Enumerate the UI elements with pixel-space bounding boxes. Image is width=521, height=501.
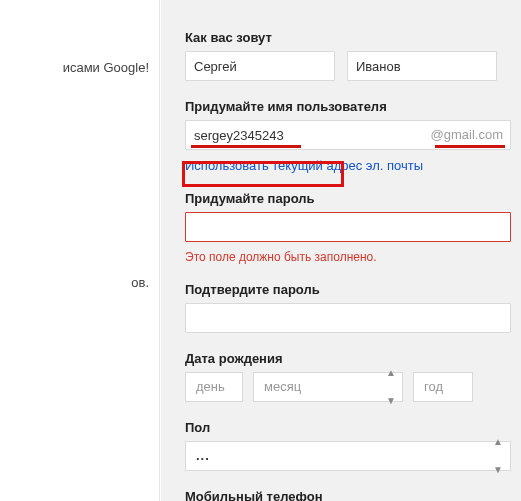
annotation-underline: [435, 145, 505, 148]
chevron-updown-icon: ▲▼: [386, 359, 396, 415]
phone-label: Мобильный телефон: [185, 489, 516, 501]
chevron-updown-icon: ▲▼: [493, 428, 504, 484]
name-label: Как вас зовут: [185, 30, 516, 45]
confirm-password-group: Подтвердите пароль: [185, 282, 516, 333]
username-label: Придумайте имя пользователя: [185, 99, 516, 114]
use-existing-email-link[interactable]: Использовать текущий адрес эл. почты: [185, 158, 423, 173]
dob-year-placeholder: год: [424, 379, 443, 394]
promo-text-fragment: ов.: [0, 275, 149, 290]
gender-value: ...: [196, 448, 210, 463]
last-name-input[interactable]: [347, 51, 497, 81]
gender-select[interactable]: ... ▲▼: [185, 441, 511, 471]
name-group: Как вас зовут: [185, 30, 516, 81]
dob-label: Дата рождения: [185, 351, 516, 366]
promo-sidebar: исами Google! ов.: [0, 0, 160, 501]
dob-day-input[interactable]: день: [185, 372, 243, 402]
promo-text-fragment: исами Google!: [0, 60, 149, 75]
password-group: Придумайте пароль Это поле должно быть з…: [185, 191, 516, 264]
password-label: Придумайте пароль: [185, 191, 516, 206]
dob-group: Дата рождения день месяц ▲▼ год: [185, 351, 516, 402]
signup-form: Как вас зовут Придумайте имя пользовател…: [161, 0, 521, 501]
gender-label: Пол: [185, 420, 516, 435]
dob-year-input[interactable]: год: [413, 372, 473, 402]
confirm-password-label: Подтвердите пароль: [185, 282, 516, 297]
password-input[interactable]: [185, 212, 511, 242]
dob-month-select[interactable]: месяц ▲▼: [253, 372, 403, 402]
password-error-text: Это поле должно быть заполнено.: [185, 250, 516, 264]
phone-group: Мобильный телефон: [185, 489, 516, 501]
first-name-input[interactable]: [185, 51, 335, 81]
username-group: Придумайте имя пользователя @gmail.com И…: [185, 99, 516, 173]
gender-group: Пол ... ▲▼: [185, 420, 516, 471]
confirm-password-input[interactable]: [185, 303, 511, 333]
dob-day-placeholder: день: [196, 379, 225, 394]
annotation-underline: [191, 145, 301, 148]
dob-month-placeholder: месяц: [264, 379, 301, 394]
